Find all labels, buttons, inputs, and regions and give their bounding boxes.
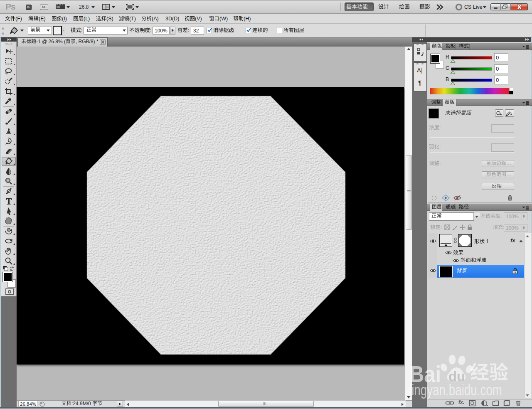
svg-text:G: G [446, 65, 450, 71]
svg-text::: : [441, 224, 442, 230]
svg-text:B: B [446, 76, 449, 82]
svg-text:…: … [506, 172, 511, 177]
svg-text::24.9M/0: :24.9M/0 [71, 401, 92, 407]
svg-text::: : [439, 144, 441, 150]
svg-text::: : [500, 213, 502, 219]
svg-text:…: … [506, 160, 511, 166]
svg-text:1: 1 [485, 239, 489, 244]
svg-text:R: R [446, 54, 449, 60]
svg-text::: : [439, 160, 441, 166]
svg-text:fx: fx [510, 237, 515, 244]
svg-text::: : [439, 125, 441, 131]
svg-text:jingyan.baidu.com: jingyan.baidu.com [409, 382, 502, 399]
